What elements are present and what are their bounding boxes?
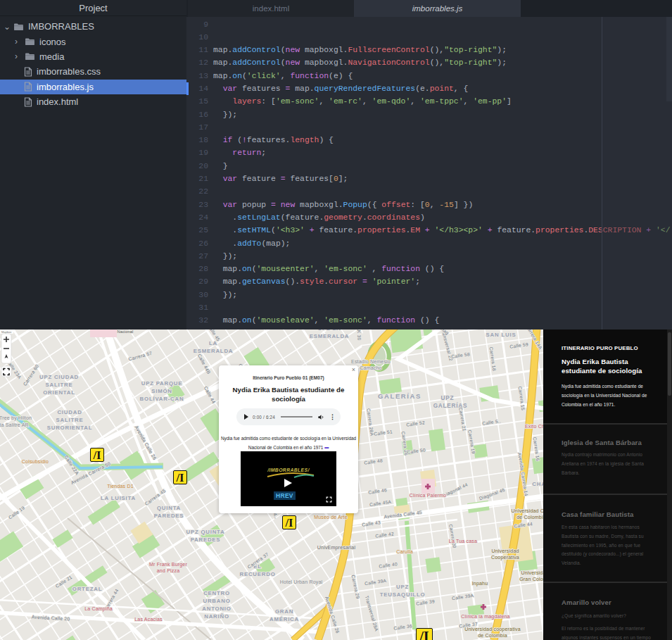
- svg-text:UPZ CIUDAD: UPZ CIUDAD: [39, 374, 79, 380]
- svg-text:Colsubsidio: Colsubsidio: [22, 459, 49, 464]
- svg-text:ota Salitre AR: ota Salitre AR: [0, 422, 29, 427]
- svg-text:UPZ: UPZ: [396, 584, 409, 590]
- svg-text:PAREDES: PAREDES: [154, 513, 184, 519]
- svg-text:La Campiña: La Campiña: [84, 606, 113, 612]
- svg-text:SURORIENTAL: SURORIENTAL: [47, 425, 93, 431]
- svg-text:ORTEZAL: ORTEZAL: [72, 586, 102, 592]
- svg-text:AMÉRICA: AMÉRICA: [270, 616, 299, 622]
- svg-text:SALITRE: SALITRE: [46, 382, 73, 388]
- svg-text:CIUDAD: CIUDAD: [57, 409, 82, 415]
- svg-text:ANTONIO: ANTONIO: [202, 606, 231, 612]
- svg-text:Museo de Arte: Museo de Arte: [314, 515, 348, 520]
- svg-text:Universidad: Universidad: [491, 548, 519, 553]
- svg-text:CHA: CHA: [532, 481, 543, 487]
- svg-text:/I: /I: [284, 516, 293, 529]
- svg-text:UPZ LA: UPZ LA: [318, 330, 341, 332]
- svg-text:de Colombia: de Colombia: [516, 515, 543, 520]
- svg-text:UPZ PARQUE: UPZ PARQUE: [141, 380, 183, 387]
- svg-text:Mr Frank Burger: Mr Frank Burger: [149, 562, 187, 567]
- svg-text:Universidad cooperativa: Universidad cooperativa: [464, 627, 521, 632]
- svg-text:Mapbox: Mapbox: [1, 330, 11, 334]
- svg-text:SAN LUIS: SAN LUIS: [486, 332, 516, 338]
- svg-text:Gran Colom: Gran Colom: [519, 577, 543, 582]
- svg-text:TEUSAQUILLO: TEUSAQUILLO: [380, 591, 426, 598]
- svg-text:Exito Chapi: Exito Chapi: [525, 424, 543, 429]
- svg-text:ESMERALDA: ESMERALDA: [310, 333, 350, 339]
- svg-text:UPZ: UPZ: [441, 395, 455, 401]
- svg-text:ESMERALDA: ESMERALDA: [194, 348, 234, 354]
- svg-text:Hotel Urban Royal: Hotel Urban Royal: [280, 579, 323, 585]
- svg-text:GALERÍAS: GALERÍAS: [378, 392, 421, 400]
- svg-text:Universidad Cató: Universidad Cató: [512, 508, 543, 513]
- svg-text:and Pizza: and Pizza: [157, 568, 180, 573]
- svg-text:eTree by Hilton: eTree by Hilton: [0, 415, 32, 421]
- svg-text:Carulla: Carulla: [396, 549, 413, 554]
- svg-text:RECUERDO: RECUERDO: [239, 571, 275, 577]
- svg-text:AK 30: AK 30: [356, 330, 362, 341]
- svg-text:La Tua casa: La Tua casa: [449, 539, 477, 544]
- svg-text:Clínica la magdalena: Clínica la magdalena: [461, 614, 509, 620]
- svg-text:/I: /I: [92, 448, 101, 462]
- svg-text:GRAN: GRAN: [275, 608, 293, 615]
- svg-text:NARIÑO: NARIÑO: [204, 613, 229, 620]
- svg-text:LA LUISITA: LA LUISITA: [101, 495, 136, 501]
- svg-text:PAREDES: PAREDES: [191, 537, 221, 543]
- svg-text:ORIENTAL: ORIENTAL: [43, 389, 75, 396]
- svg-text:UPZ QUINTA: UPZ QUINTA: [186, 529, 224, 535]
- svg-text:de Colombia: de Colombia: [478, 633, 507, 638]
- svg-text:Clínica Palermo: Clínica Palermo: [410, 493, 446, 498]
- svg-text:/I: /I: [175, 471, 184, 484]
- svg-text:UnivEmpresarial: UnivEmpresarial: [317, 545, 356, 551]
- svg-text:Tiendas D1: Tiendas D1: [107, 484, 134, 489]
- svg-text:URBANO: URBANO: [203, 598, 230, 604]
- svg-text:CENTRO: CENTRO: [203, 590, 230, 596]
- svg-text:SALITRE: SALITRE: [56, 417, 84, 423]
- svg-text:Nacional: Nacional: [117, 330, 133, 334]
- svg-text:BOLÍVAR-CAN: BOLÍVAR-CAN: [140, 396, 184, 402]
- svg-text:QUINTA: QUINTA: [157, 505, 181, 511]
- svg-text:Las Acacias: Las Acacias: [134, 617, 163, 622]
- svg-text:Estadio Nemesio: Estadio Nemesio: [351, 359, 391, 364]
- svg-text:/I: /I: [419, 629, 429, 640]
- svg-text:Cooperativa: Cooperativa: [491, 555, 519, 560]
- svg-text:Camacho: Camacho: [360, 365, 381, 370]
- svg-text:LA: LA: [209, 340, 217, 346]
- svg-text:SIMÓN: SIMÓN: [151, 388, 172, 394]
- svg-text:Inpahu: Inpahu: [472, 581, 488, 586]
- svg-text:Universida: Universida: [521, 570, 543, 575]
